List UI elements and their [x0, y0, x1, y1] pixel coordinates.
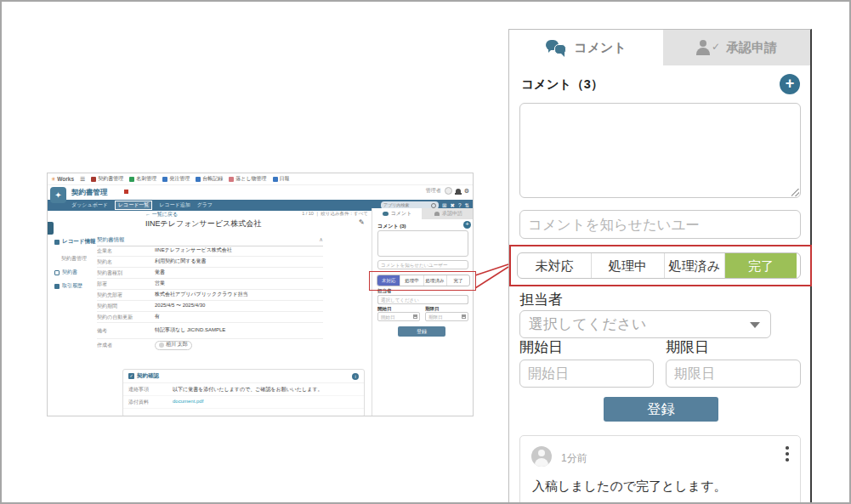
favorite-flag-icon[interactable] [124, 190, 128, 194]
mini-nav-dashboard[interactable]: ダッシュボード [71, 201, 108, 209]
logo-mark-icon: ✳ [51, 176, 55, 182]
app-chip[interactable]: 台帳記録 [196, 175, 223, 183]
works-logo: ✳ Works [51, 176, 74, 183]
field-row: 契約の自動更新有 [97, 312, 323, 323]
mini-user-avatar[interactable] [445, 187, 452, 195]
field-row: 契約先部署株式会社アプリパブリッククラウド担当 [97, 290, 323, 301]
panel-tabbar: コメント ✓ 承認申請 [509, 30, 810, 65]
mini-comments-title: コメント (3) [377, 223, 406, 230]
mini-due-input[interactable]: 期限日 [425, 312, 468, 321]
field-row: 部署営業 [97, 279, 323, 290]
start-date-input[interactable] [519, 360, 654, 388]
comment-text: 入稿しましたので完了とします。 [532, 479, 727, 495]
sidebar-item-contract[interactable]: 契約書 [54, 269, 77, 276]
avatar [159, 343, 164, 348]
sidebar-item-contract-mgmt[interactable]: 契約書管理 [61, 255, 87, 263]
field-row: 契約名利用契約に関する覚書 [97, 257, 323, 268]
user-pill[interactable]: 相川 太郎 [155, 341, 192, 350]
kebab-menu-icon[interactable] [786, 446, 789, 463]
comment-bubbles-icon [546, 40, 566, 55]
app-chip[interactable]: 日報 [273, 175, 290, 183]
contract-check-card: ✓ 契約確認 i 連絡事項以下に覚書を添付いたしますので、ご確認をお願いいたしま… [122, 369, 365, 416]
mini-app-title: 契約書管理 [71, 188, 108, 198]
add-comment-button[interactable]: + [780, 74, 800, 94]
mini-app-screenshot: ✳ Works ☰ 契約書管理 名刺管理 発注管理 台帳記録 落とし物管理 日報… [47, 173, 474, 416]
mini-tab-approval[interactable]: 承認申請 [422, 208, 474, 219]
app-logo-handshake-icon: ✦ [50, 187, 66, 203]
field-row: 作成者相川 太郎 [97, 339, 323, 352]
annotation-box-large [509, 245, 812, 286]
comment-timestamp: 1分前 [561, 451, 587, 466]
app-icon [196, 177, 201, 182]
record-pagination-meta[interactable]: 1 / 10 ｜ 絞り込み条件：すべて [243, 211, 368, 217]
edit-pencil-icon[interactable]: ✎ [359, 218, 365, 226]
submit-button[interactable]: 登録 [604, 397, 718, 422]
sidebar-item-history[interactable]: 取引履歴 [54, 282, 82, 290]
person-check-icon: ✓ [696, 40, 718, 55]
app-icon [129, 177, 134, 182]
field-row: 企業名IINEテレフォンサービス株式会社 [97, 246, 323, 257]
field-row: 契約書種別覚書 [97, 268, 323, 279]
help-icon[interactable]: ? [458, 202, 462, 208]
sidebar-toggle[interactable] [48, 222, 54, 235]
record-fields: 企業名IINEテレフォンサービス株式会社 契約名利用契約に関する覚書 契約書種別… [97, 246, 323, 352]
due-date-input[interactable] [666, 360, 801, 388]
field-row: 備考特記事項なし JICIND.SAMPLE [97, 323, 323, 339]
mini-nav-record-list[interactable]: レコード一覧 [115, 201, 152, 210]
mini-user-name: 管理者 [426, 187, 441, 195]
mention-input[interactable] [519, 210, 801, 239]
assignee-label: 担当者 [519, 290, 563, 309]
mini-caret-down-icon [377, 295, 468, 304]
mini-tab-comment[interactable]: コメント [372, 208, 422, 219]
tab-comment[interactable]: コメント [509, 30, 663, 65]
mini-os-topbar: ✳ Works ☰ 契約書管理 名刺管理 発注管理 台帳記録 落とし物管理 日報 [48, 173, 473, 185]
mini-nav-record-add[interactable]: レコード追加 [159, 201, 190, 209]
comment-card: 1分前 入稿しましたので完了とします。 [519, 435, 801, 502]
app-icon [273, 177, 278, 182]
app-icon [229, 177, 234, 182]
mini-comment-textarea[interactable] [377, 230, 468, 257]
app-icon [91, 177, 96, 182]
mini-nav-graph[interactable]: グラフ [197, 201, 213, 209]
mini-user-cluster: 管理者 ⚙ [426, 187, 469, 195]
hamburger-icon[interactable]: ☰ [80, 176, 85, 183]
attachment-link[interactable]: document.pdf [173, 399, 359, 406]
assignee-select[interactable]: 選択してください [519, 310, 771, 338]
pencil-square-icon [54, 270, 60, 275]
field-row: 契約期間2025/4/5 〜 2025/4/30 [97, 301, 323, 312]
mini-submit-button[interactable]: 登録 [398, 326, 445, 337]
info-icon[interactable]: i [352, 373, 359, 380]
book-icon [54, 240, 60, 245]
resize-handle[interactable] [791, 189, 799, 196]
app-chip[interactable]: 落とし物管理 [229, 175, 266, 183]
gear-icon[interactable]: ⚙ [464, 188, 469, 195]
comment-textarea[interactable] [519, 103, 801, 198]
mini-mention-input[interactable]: コメントを知らせたいユーザー [377, 260, 468, 269]
caret-down-icon [750, 322, 760, 333]
mini-start-input[interactable]: 開始日 [377, 312, 420, 321]
collapse-icon[interactable]: ∧ [319, 236, 323, 243]
card-row: 添付資料document.pdf [123, 396, 364, 409]
bell-icon[interactable] [456, 189, 461, 193]
comments-title: コメント（3） [521, 76, 603, 93]
calendar-icon [413, 314, 417, 319]
record-title: IINEテレフォンサービス株式会社 [145, 218, 261, 229]
breadcrumb[interactable]: ← 一覧に戻る [145, 211, 178, 218]
sidebar-item-record-info[interactable]: レコード情報 [54, 238, 95, 246]
app-icon [162, 177, 167, 182]
comment-bubbles-icon [383, 212, 389, 216]
app-chip[interactable]: 名刺管理 [129, 175, 156, 183]
due-date-label: 期限日 [666, 337, 709, 357]
search-icon [431, 203, 436, 208]
start-date-label: 開始日 [519, 337, 563, 357]
mini-add-comment-button[interactable]: + [463, 221, 471, 229]
app-chip[interactable]: 契約書管理 [91, 175, 123, 183]
clipboard-check-icon: ✓ [128, 373, 134, 379]
app-chip[interactable]: 発注管理 [162, 175, 190, 183]
page: ✳ Works ☰ 契約書管理 名刺管理 発注管理 台帳記録 落とし物管理 日報… [0, 0, 851, 504]
people-icon [54, 284, 60, 289]
calendar-icon [462, 314, 466, 319]
annotation-box-mini [369, 271, 476, 291]
person-check-icon [434, 212, 440, 216]
tab-approval[interactable]: ✓ 承認申請 [663, 30, 810, 65]
